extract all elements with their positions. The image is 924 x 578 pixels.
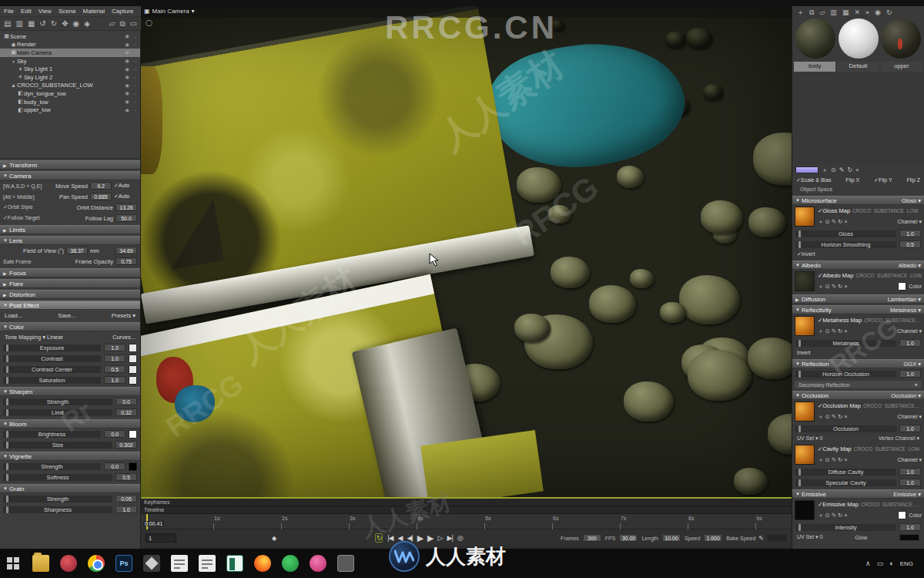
edit-bake-speed-icon[interactable]: ✎ <box>758 535 764 542</box>
visibility-toggle-icon[interactable]: ◉ <box>123 90 131 96</box>
redo-icon[interactable]: ↻ <box>51 20 57 28</box>
menu-item-capture[interactable]: Capture <box>112 8 133 15</box>
property-value-field[interactable]: 0.75 <box>116 257 137 265</box>
tray-language-label[interactable]: ENG <box>900 560 913 567</box>
menu-item-file[interactable]: File <box>4 8 14 15</box>
pick-material-icon[interactable]: ⌖ <box>865 8 869 17</box>
translate-icon[interactable]: ✥ <box>62 20 68 28</box>
slider-value-field[interactable]: 1.0 <box>899 425 921 432</box>
slider-value-field[interactable]: 0.0 <box>104 430 126 438</box>
slider-size[interactable]: Size <box>3 442 112 449</box>
material-tab-upper[interactable]: upper <box>881 62 922 72</box>
visibility-toggle-icon[interactable]: ◉ <box>123 82 131 89</box>
channel-dropdown[interactable]: Channel ▾ <box>897 414 922 420</box>
map-tool-icons[interactable]: ＋⊙✎↻× <box>818 283 849 291</box>
slider-horizon-occlusion[interactable]: Horizon Occlusion <box>795 371 896 378</box>
section-mode-dropdown[interactable]: Lambertian ▾ <box>888 296 921 303</box>
subsection-secondary-reflection[interactable]: Secondary Reflection▸ <box>794 380 922 389</box>
slider-handle[interactable] <box>798 241 801 248</box>
taskbar-document-app-2-icon[interactable] <box>199 555 216 572</box>
color-swatch[interactable] <box>129 365 137 374</box>
scene-tree-item-sky-light-2[interactable]: ☀Sky Light 2◉◦ <box>0 73 140 82</box>
property-value-field[interactable]: 9.2 <box>90 182 112 190</box>
section-header-transform[interactable]: ▶Transform <box>0 160 140 170</box>
scene-tree-item-body-low[interactable]: ◧body_low◉◦ <box>0 98 140 106</box>
slider-softness[interactable]: Softness <box>3 474 112 481</box>
lock-toggle-icon[interactable]: ◦ <box>131 66 139 72</box>
scene-tree-item-sky[interactable]: ◗Sky◉◦ <box>0 57 140 66</box>
slider-value-field[interactable]: 1.0 <box>899 230 921 237</box>
folder-icon[interactable]: ▱ <box>819 8 825 16</box>
jump-start-button[interactable]: |◀ <box>387 534 393 542</box>
slider-sharpness[interactable]: Sharpness <box>3 506 112 513</box>
settings-icon[interactable]: ◉ <box>875 8 881 16</box>
material-sphere-body[interactable] <box>795 18 835 59</box>
texture-slot-swatch[interactable] <box>795 166 819 173</box>
texture-thumbnail[interactable] <box>795 445 815 465</box>
import-icon[interactable]: ▱ <box>109 20 116 28</box>
scene-tree-item-render[interactable]: ◉Render◉◦ <box>0 41 140 49</box>
color-swatch[interactable] <box>129 430 137 439</box>
search-icon[interactable]: ⊙ <box>831 166 836 173</box>
flip-toggle-flip-y[interactable]: ✓Flip Y <box>874 177 892 183</box>
scene-tree-item-croco-substance-low[interactable]: ▲CROCO_SUBSTANCE_LOW◉◦ <box>0 82 140 90</box>
save-icon[interactable]: ▥ <box>830 8 837 16</box>
section-mode-dropdown[interactable]: GGX ▾ <box>903 361 921 368</box>
section-header-grain[interactable]: ▼Grain <box>0 484 140 493</box>
visibility-toggle-icon[interactable]: ◉ <box>123 33 131 39</box>
color-swatch[interactable] <box>898 511 906 519</box>
taskbar-notepad-icon[interactable] <box>226 555 243 572</box>
slider-value-field[interactable]: 0.302 <box>116 441 137 449</box>
slider-horizon-smoothing[interactable]: Horizon Smoothing <box>795 241 896 248</box>
slider-limit[interactable]: Limit <box>3 409 112 416</box>
new-material-icon[interactable]: ＋ <box>797 8 804 18</box>
new-scene-icon[interactable]: ▤ <box>4 20 11 28</box>
lock-toggle-icon[interactable]: ◦ <box>131 107 139 113</box>
stat-value-speed[interactable]: 1.000 <box>704 534 722 542</box>
prev-keyframe-button[interactable]: ◀ <box>397 534 402 542</box>
slider-value-field[interactable]: 1.0 <box>104 344 126 351</box>
taskbar-window-app-icon[interactable] <box>337 555 354 572</box>
taskbar-firefox-icon[interactable] <box>254 555 271 572</box>
slider-contrast-center[interactable]: Contrast Center <box>3 366 101 373</box>
checkbox-invert[interactable]: Invert <box>792 348 924 358</box>
refresh-icon[interactable]: ↻ <box>886 8 892 16</box>
channel-dropdown[interactable]: Channel ▾ <box>897 328 922 334</box>
uv-option-glow[interactable]: Glow <box>855 535 867 540</box>
lock-toggle-icon[interactable]: ◦ <box>131 34 139 39</box>
map-tool-icons[interactable]: ＋⊙✎↻× <box>818 413 849 421</box>
slider-specular-cavity[interactable]: Specular Cavity <box>795 479 896 486</box>
button-tone-mapping-linear[interactable]: Tone Mapping ▾ Linear <box>5 334 63 341</box>
section-mode-dropdown[interactable]: Metalness ▾ <box>890 307 921 314</box>
lock-toggle-icon[interactable]: ◦ <box>131 99 139 105</box>
slider-value-field[interactable]: 0.5 <box>104 365 126 373</box>
material-section-diffusion[interactable]: ▶DiffusionLambertian ▾ <box>792 294 924 304</box>
uv-option-vertex-channel-[interactable]: Vertex Channel ▾ <box>879 435 919 442</box>
section-header-flare[interactable]: ▶Flare <box>0 279 140 288</box>
slider-handle[interactable] <box>6 496 8 502</box>
texture-thumbnail[interactable] <box>795 271 815 291</box>
visibility-toggle-icon[interactable]: ◉ <box>123 58 131 64</box>
slider-occlusion[interactable]: Occlusion <box>795 425 896 432</box>
scene-tree-item-scene[interactable]: ▦Scene◉◦ <box>0 32 140 41</box>
slider-handle[interactable] <box>798 340 801 347</box>
section-header-lens[interactable]: ▼Lens <box>0 236 140 245</box>
button-curves-[interactable]: Curves... <box>112 334 136 341</box>
section-mode-dropdown[interactable]: Emissive ▾ <box>893 491 921 498</box>
close-icon[interactable]: × <box>855 166 859 173</box>
slider-value-field[interactable]: 0.5 <box>116 473 137 481</box>
slider-gloss[interactable]: Gloss <box>795 230 896 237</box>
visibility-toggle-icon[interactable]: ◉ <box>123 74 131 80</box>
texture-thumbnail[interactable] <box>795 316 815 336</box>
slider-value-field[interactable]: 0.0 <box>116 398 137 405</box>
button-load-[interactable]: Load... <box>5 312 22 319</box>
slider-value-field[interactable]: 1.0 <box>899 479 921 486</box>
material-sphere-default[interactable] <box>839 18 879 59</box>
color-swatch[interactable] <box>898 282 906 291</box>
object-space-checkbox[interactable]: Object Space <box>792 185 924 194</box>
taskbar-chrome-icon[interactable] <box>88 555 105 572</box>
rotate-icon[interactable]: ◉ <box>73 20 80 28</box>
clone-material-icon[interactable]: ⧉ <box>809 8 814 17</box>
property-value-field[interactable]: 0.885 <box>90 193 112 200</box>
section-header-sharpen[interactable]: ▼Sharpen <box>0 387 140 396</box>
